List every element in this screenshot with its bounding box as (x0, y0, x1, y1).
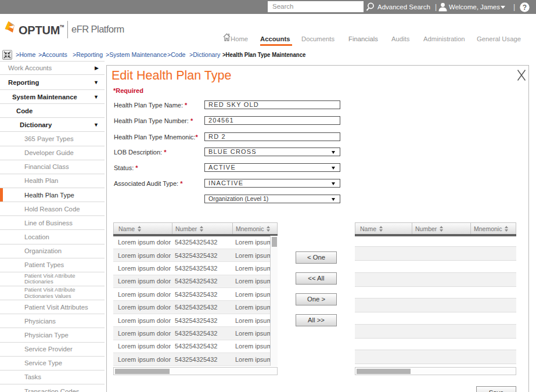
svg-text:?: ? (523, 3, 527, 11)
